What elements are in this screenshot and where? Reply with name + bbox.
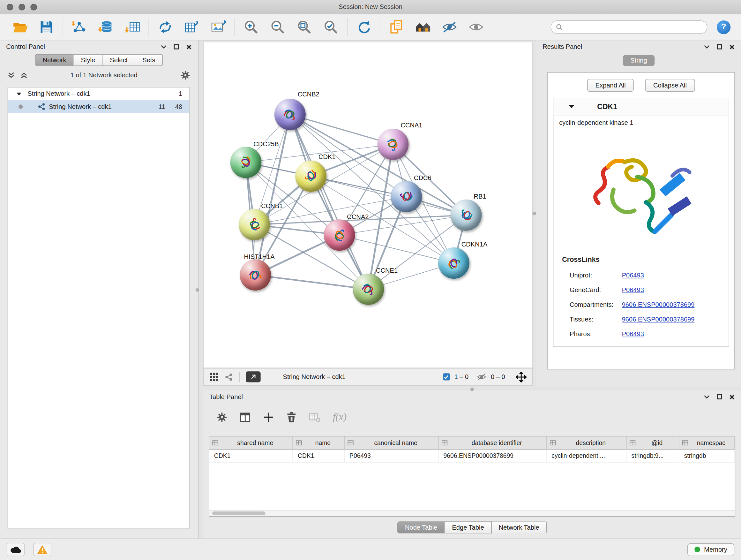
copy-document-button[interactable]: [387, 17, 406, 37]
collapse-all-button[interactable]: Collapse All: [645, 79, 695, 91]
zoom-selected-button[interactable]: [321, 17, 340, 37]
apply-layout-button[interactable]: [156, 17, 175, 37]
network-edge[interactable]: [290, 114, 368, 289]
function-builder-button[interactable]: f(x): [333, 411, 347, 423]
maximize-window-button[interactable]: [30, 4, 37, 10]
help-button[interactable]: ?: [717, 20, 731, 34]
right-splitter-handle[interactable]: [533, 212, 536, 215]
hide-results-button[interactable]: [440, 17, 459, 37]
minimize-window-button[interactable]: [18, 4, 25, 10]
protein-section-header[interactable]: CDK1: [553, 98, 729, 116]
panel-float-icon[interactable]: [174, 44, 179, 49]
panel-float-icon[interactable]: [717, 44, 722, 49]
crosslink-link[interactable]: 9606.ENSP00000378699: [622, 301, 695, 308]
gear-icon[interactable]: [180, 70, 190, 80]
panel-close-icon[interactable]: [729, 44, 735, 50]
expand-all-button[interactable]: Expand All: [588, 79, 634, 91]
pan-move-icon[interactable]: [516, 372, 527, 382]
selected-checkbox[interactable]: [443, 373, 450, 380]
delete-column-trash-icon[interactable]: [286, 412, 297, 422]
hidden-eye-slash-icon[interactable]: [476, 373, 486, 381]
tab-network-table[interactable]: Network Table: [491, 521, 547, 533]
network-node-cdk1[interactable]: [295, 161, 327, 192]
network-node-ccna2[interactable]: [324, 219, 355, 251]
column-header-namespac[interactable]: namespac: [679, 436, 735, 449]
tab-style[interactable]: Style: [74, 54, 103, 66]
network-node-rb1[interactable]: [451, 199, 482, 231]
select-columns-icon[interactable]: [240, 412, 251, 422]
panel-close-icon[interactable]: [729, 394, 735, 400]
network-node-ccnb2[interactable]: [274, 99, 306, 130]
table-body: CDK1CDK1P064939606.ENSP00000378699cyclin…: [209, 450, 735, 462]
column-header-description[interactable]: description: [547, 436, 626, 449]
zoom-fit-button[interactable]: [295, 17, 314, 37]
panel-float-icon[interactable]: [717, 394, 722, 399]
tree-caret-icon[interactable]: [17, 92, 21, 96]
column-header-shared-name[interactable]: shared name: [209, 436, 293, 449]
left-splitter-handle[interactable]: [196, 288, 199, 292]
table-settings-gear-icon[interactable]: [216, 412, 227, 422]
column-header-database-identifier[interactable]: database identifier: [439, 436, 547, 449]
network-node-hist1h1a[interactable]: [240, 259, 271, 291]
memory-button[interactable]: Memory: [687, 543, 734, 556]
import-network-button[interactable]: [70, 17, 89, 37]
network-node-cdc6[interactable]: [391, 181, 422, 212]
network-edge[interactable]: [311, 176, 466, 215]
tab-select[interactable]: Select: [103, 54, 135, 66]
table-cell: stringdb: [679, 450, 735, 462]
tab-network[interactable]: Network: [35, 54, 74, 66]
table-row[interactable]: CDK1CDK1P064939606.ENSP00000378699cyclin…: [209, 450, 735, 462]
zoom-in-button[interactable]: [242, 17, 261, 37]
add-column-icon[interactable]: [263, 412, 274, 422]
import-table-button[interactable]: [123, 17, 142, 37]
home-panels-button[interactable]: [414, 17, 433, 37]
network-edge[interactable]: [290, 114, 393, 144]
tab-edge-table[interactable]: Edge Table: [445, 521, 491, 533]
network-node-cdc25b[interactable]: [230, 147, 261, 178]
crosslink-link[interactable]: P06493: [622, 272, 644, 279]
open-session-button[interactable]: [10, 17, 30, 37]
panel-menu-icon[interactable]: [161, 44, 166, 50]
panel-close-icon[interactable]: [186, 44, 192, 50]
export-table-button[interactable]: [182, 17, 201, 37]
network-node-ccne1[interactable]: [353, 273, 384, 305]
share-view-icon[interactable]: [225, 373, 233, 381]
crosslink-link[interactable]: P06493: [622, 287, 644, 294]
column-header-canonical-name[interactable]: canonical name: [345, 436, 439, 449]
tab-string[interactable]: String: [623, 55, 655, 66]
search-input[interactable]: [566, 23, 702, 30]
tab-sets[interactable]: Sets: [135, 54, 163, 66]
panel-menu-icon[interactable]: [704, 44, 710, 50]
refresh-view-button[interactable]: [354, 17, 374, 37]
panel-menu-icon[interactable]: [704, 394, 710, 400]
cloud-status-button[interactable]: [7, 543, 25, 556]
network-canvas[interactable]: CCNB2CCNA1CDC25BCDK1CDC6RB1CCNB1CCNA2CDK…: [203, 42, 533, 368]
scrollbar-thumb[interactable]: [212, 511, 266, 515]
horizontal-splitter-handle[interactable]: [470, 388, 474, 391]
crosslink-link[interactable]: 9606.ENSP00000378699: [622, 316, 695, 323]
network-node-cdkn1a[interactable]: [438, 247, 469, 279]
column-header--id[interactable]: @id: [627, 436, 679, 449]
save-session-button[interactable]: [37, 17, 56, 37]
expand-all-icon[interactable]: [20, 72, 27, 79]
network-edge[interactable]: [255, 114, 290, 275]
warnings-button[interactable]: [33, 543, 51, 556]
network-node-ccna1[interactable]: [378, 129, 409, 160]
network-edge[interactable]: [255, 275, 368, 289]
show-results-button[interactable]: [467, 17, 486, 37]
crosslink-link[interactable]: P06493: [622, 330, 644, 337]
collapse-all-icon[interactable]: [8, 72, 15, 79]
delete-table-icon[interactable]: [309, 412, 320, 422]
network-row[interactable]: String Network – cdk1 11 48: [8, 100, 189, 113]
import-network-from-database-button[interactable]: [96, 17, 116, 37]
grid-view-icon[interactable]: [209, 372, 218, 381]
tab-node-table[interactable]: Node Table: [397, 521, 445, 533]
network-collection-row[interactable]: String Network – cdk1 1: [8, 87, 189, 100]
network-node-ccnb1[interactable]: [239, 209, 270, 240]
section-caret-icon[interactable]: [569, 105, 575, 109]
export-image-button[interactable]: [209, 17, 228, 37]
close-window-button[interactable]: [7, 4, 13, 10]
zoom-out-button[interactable]: [268, 17, 287, 37]
column-header-name[interactable]: name: [293, 436, 345, 449]
open-in-new-button[interactable]: [246, 371, 261, 382]
